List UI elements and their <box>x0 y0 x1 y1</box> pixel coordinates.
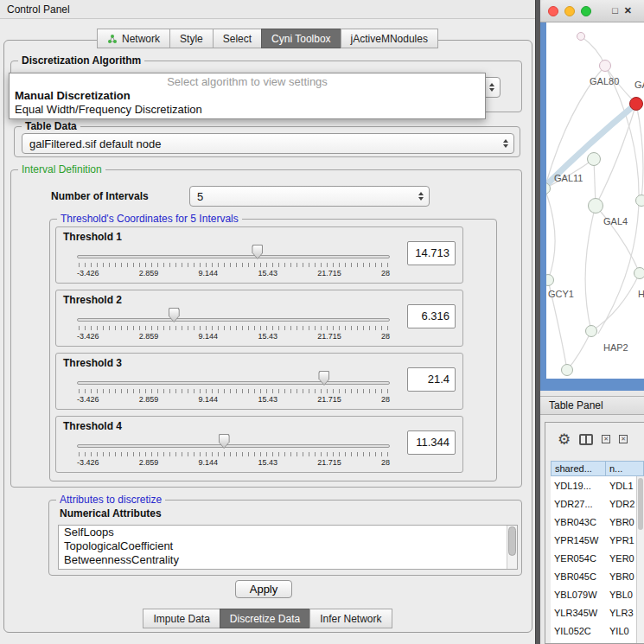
discretization-algorithm-group-title: Discretization Algorithm <box>18 54 144 67</box>
slider-ticks <box>79 263 388 267</box>
number-of-intervals-combo[interactable]: 5 <box>189 186 430 207</box>
close-icon[interactable]: ✕ <box>624 6 632 16</box>
threshold-label: Threshold 3 <box>63 357 122 369</box>
table-data-group-title: Table Data <box>22 120 80 132</box>
attribute-item[interactable]: TopologicalCoefficient <box>59 539 517 553</box>
table-row[interactable]: YER054CYER0 <box>551 549 636 567</box>
cell-name: YPR1 <box>606 535 636 545</box>
select-all-columns-icon[interactable]: ✕ <box>602 435 610 443</box>
cell-shared-name: YIL052C <box>551 626 606 636</box>
table-row[interactable]: YBL079WYBL0 <box>551 585 636 603</box>
slider-ticks <box>79 326 388 330</box>
tab-jactivemnodules[interactable]: jActiveMNodules <box>341 29 438 48</box>
attribute-item[interactable]: SelfLoops <box>59 526 517 539</box>
unselect-all-columns-icon[interactable]: ✕ <box>619 435 628 443</box>
network-node[interactable] <box>561 364 573 376</box>
threshold-value-field[interactable]: 6.316 <box>407 304 456 328</box>
combo-stepper-icon[interactable] <box>503 139 508 148</box>
attribute-item[interactable]: BetweennessCentrality <box>59 553 517 567</box>
threshold-value-field[interactable]: 21.4 <box>407 367 456 392</box>
network-node-selected[interactable] <box>629 97 643 111</box>
tab-select[interactable]: Select <box>213 29 262 48</box>
scale-label: 21.715 <box>317 332 341 341</box>
threshold-label: Threshold 2 <box>63 294 122 306</box>
table-toolbar: ⚙ ✕ ✕ <box>545 423 644 456</box>
slider-track <box>77 381 390 385</box>
tab-network[interactable]: Network <box>97 29 170 48</box>
dropdown-option-equal-width-frequency[interactable]: Equal Width/Frequency Discretization <box>10 103 485 117</box>
screen: Control Panel NetworkStyleSelectCyni Too… <box>0 0 644 644</box>
gear-icon[interactable]: ⚙ <box>558 432 571 447</box>
mac-close-button[interactable] <box>548 6 558 16</box>
network-canvas[interactable]: GAL80GAGAL11GAL4GCY1HHAP2 <box>546 22 644 379</box>
table-row[interactable]: YDL19...YDL1 <box>551 476 636 494</box>
mac-minimize-button[interactable] <box>564 6 575 16</box>
network-node[interactable] <box>599 60 611 72</box>
scale-label: -3.426 <box>77 458 99 467</box>
network-node-label: GAL11 <box>554 173 583 183</box>
network-frame: GAL80GAGAL11GAL4GCY1HHAP2 <box>540 22 644 391</box>
cell-shared-name: YBL079W <box>551 590 606 600</box>
combo-stepper-icon[interactable] <box>489 83 494 92</box>
network-node[interactable] <box>635 194 644 207</box>
thresholds-group: Threshold's Coordinates for 5 Intervals … <box>49 219 497 481</box>
column-header-name[interactable]: n... <box>606 461 644 476</box>
network-node[interactable] <box>585 325 597 337</box>
mac-zoom-button[interactable] <box>581 6 591 16</box>
mode-tab-discretize-data[interactable]: Discretize Data <box>220 609 310 628</box>
mode-tab-impute-data[interactable]: Impute Data <box>143 609 220 628</box>
interval-definition-group: Interval Definition Number of Intervals … <box>10 169 522 488</box>
numerical-attributes-list[interactable]: SelfLoopsTopologicalCoefficientBetweenne… <box>58 525 518 570</box>
table-row[interactable]: YBR045CYBR0 <box>551 567 636 585</box>
threshold-slider[interactable]: -3.4262.8599.14415.4321.71528 <box>77 432 390 472</box>
network-window-titlebar: □ ✕ <box>540 0 644 22</box>
dropdown-option-placeholder[interactable]: Select algorithm to view settings <box>10 75 485 89</box>
table-row[interactable]: YPR145WYPR1 <box>551 531 636 549</box>
control-panel-window: Control Panel NetworkStyleSelectCyni Too… <box>0 0 536 644</box>
table-row[interactable]: YBR043CYBR0 <box>551 513 636 531</box>
table-scrollbar[interactable] <box>636 476 644 643</box>
float-icon[interactable]: □ <box>612 6 618 16</box>
scale-label: 28 <box>381 395 390 404</box>
cell-shared-name: YPR145W <box>551 535 606 545</box>
scale-label: 15.43 <box>258 458 277 467</box>
scrollbar-thumb[interactable] <box>638 478 643 530</box>
network-node-label: HAP2 <box>603 342 628 353</box>
combo-stepper-icon[interactable] <box>418 192 424 201</box>
attributes-group-title: Attributes to discretize <box>56 494 165 506</box>
table-row[interactable]: YDR27...YDR2 <box>551 494 636 513</box>
network-node[interactable] <box>587 152 601 166</box>
threshold-panel-3: Threshold 3-3.4262.8599.14415.4321.71528… <box>55 353 463 410</box>
dropdown-option-manual-discretization[interactable]: Manual Discretization <box>10 89 485 103</box>
table-data-combo[interactable]: galFiltered.sif default node <box>22 133 514 154</box>
network-node[interactable] <box>634 267 644 279</box>
network-node[interactable] <box>577 32 585 41</box>
table-row[interactable]: YLR345WYLR3 <box>551 603 636 622</box>
threshold-value-field[interactable]: 11.344 <box>407 430 456 455</box>
cell-name: YBL0 <box>606 590 636 600</box>
table-row[interactable]: YIL052CYIL0 <box>551 622 636 640</box>
mode-tab-infer-network[interactable]: Infer Network <box>309 609 392 628</box>
threshold-panel-4: Threshold 4-3.4262.8599.14415.4321.71528… <box>55 416 463 473</box>
threshold-slider[interactable]: -3.4262.8599.14415.4321.71528 <box>77 306 390 346</box>
network-node[interactable] <box>588 198 603 214</box>
column-header-shared-name[interactable]: shared... <box>551 461 606 476</box>
right-area: □ ✕ <box>540 0 644 644</box>
scale-label: 9.144 <box>199 395 219 404</box>
scale-label: 21.715 <box>317 395 341 404</box>
scrollbar-thumb[interactable] <box>508 526 516 556</box>
apply-button[interactable]: Apply <box>235 580 292 598</box>
list-scrollbar[interactable] <box>507 526 517 569</box>
threshold-value-field[interactable]: 14.713 <box>407 241 456 265</box>
numerical-attributes-label: Numerical Attributes <box>60 507 162 520</box>
slider-scale: -3.4262.8599.14415.4321.71528 <box>77 332 390 341</box>
threshold-slider[interactable]: -3.4262.8599.14415.4321.71528 <box>77 369 390 409</box>
scale-label: 28 <box>381 332 390 341</box>
tab-cyni-toolbox[interactable]: Cyni Toolbox <box>261 29 341 48</box>
tab-label: Select <box>223 33 252 45</box>
scale-label: 9.144 <box>199 458 219 467</box>
threshold-slider[interactable]: -3.4262.8599.14415.4321.71528 <box>77 243 390 283</box>
columns-icon[interactable] <box>579 434 593 445</box>
tab-style[interactable]: Style <box>169 29 214 48</box>
network-node-label: GAL80 <box>590 76 619 86</box>
